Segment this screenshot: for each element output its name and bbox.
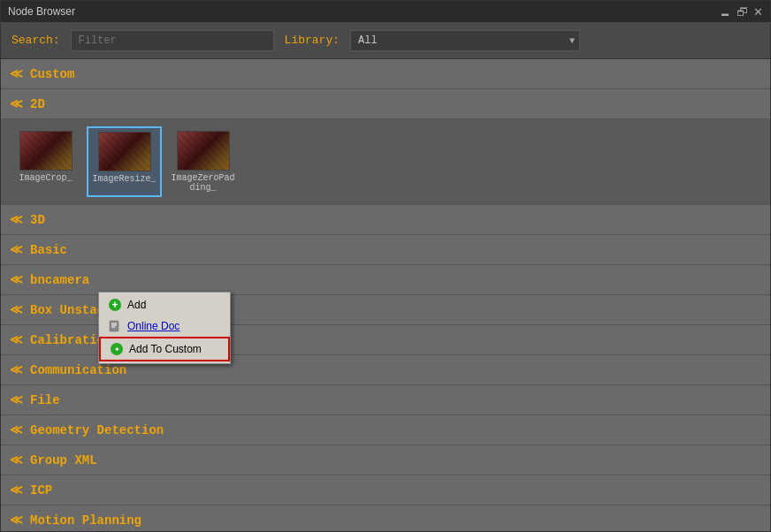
chevron-bncamera-icon: ≪ [10, 274, 23, 286]
library-select[interactable]: All [350, 30, 580, 51]
node-imagecrop-label: ImageCrop_ [19, 173, 72, 183]
close-button[interactable]: ✕ [753, 5, 763, 19]
category-custom[interactable]: ≪ Custom [1, 59, 770, 89]
main-content: ≪ Custom ≪ 2D ImageCrop_ ImageResize_ [1, 59, 770, 531]
category-geometry-detection[interactable]: ≪ Geometry Detection [1, 415, 770, 445]
category-motion-planning[interactable]: ≪ Motion Planning [1, 505, 770, 531]
node-imagezeropadding-label: ImageZeroPadding_ [170, 173, 236, 193]
node-imageresize-thumbnail [98, 132, 151, 171]
search-input[interactable] [71, 30, 274, 51]
search-label: Search: [11, 34, 60, 47]
plus-icon: + [108, 298, 122, 312]
chevron-motion-planning-icon: ≪ [10, 514, 23, 527]
chevron-communication-icon: ≪ [10, 364, 23, 376]
node-imagecrop[interactable]: ImageCrop_ [8, 126, 83, 197]
context-menu: + Add Online Doc [98, 292, 231, 364]
category-custom-label: Custom [30, 67, 74, 81]
chevron-icp-icon: ≪ [10, 484, 23, 497]
maximize-button[interactable]: 🗗 [737, 5, 748, 19]
chevron-file-icon: ≪ [10, 394, 23, 407]
chevron-box-unstack-icon: ≪ [10, 304, 23, 316]
title-bar-buttons: 🗕 🗗 ✕ [720, 5, 763, 19]
custom-icon: ✦ [110, 342, 124, 356]
category-basic[interactable]: ≪ Basic [1, 235, 770, 265]
chevron-geometry-detection-icon: ≪ [10, 424, 23, 437]
chevron-basic-icon: ≪ [10, 244, 23, 256]
minimize-button[interactable]: 🗕 [720, 5, 731, 19]
category-3d-label: 3D [30, 213, 45, 227]
context-menu-add-to-custom-label: Add To Custom [129, 343, 202, 355]
category-2d-label: 2D [30, 97, 45, 111]
scrollable-content[interactable]: ≪ Custom ≪ 2D ImageCrop_ ImageResize_ [1, 59, 770, 531]
chevron-calibration-icon: ≪ [10, 334, 23, 346]
category-file-label: File [30, 393, 60, 407]
context-menu-add-label: Add [127, 299, 146, 311]
category-2d[interactable]: ≪ 2D [1, 89, 770, 119]
search-bar: Search: Library: All ▼ [1, 22, 770, 59]
nodes-grid-2d: ImageCrop_ ImageResize_ ImageZeroPadding… [1, 119, 770, 205]
library-select-wrapper: All ▼ [350, 30, 580, 51]
category-3d[interactable]: ≪ 3D [1, 205, 770, 235]
category-geometry-detection-label: Geometry Detection [30, 423, 164, 437]
category-bncamera[interactable]: ≪ bncamera [1, 265, 770, 295]
chevron-group-xml-icon: ≪ [10, 454, 23, 467]
node-imageresize[interactable]: ImageResize_ [87, 126, 162, 197]
title-bar: Node Browser 🗕 🗗 ✕ [1, 1, 770, 22]
library-label: Library: [285, 34, 340, 47]
category-motion-planning-label: Motion Planning [30, 513, 141, 528]
context-menu-add[interactable]: + Add [99, 294, 230, 315]
category-basic-label: Basic [30, 243, 67, 257]
chevron-3d-icon: ≪ [10, 214, 23, 226]
category-group-xml-label: Group XML [30, 453, 97, 467]
category-communication-label: Communication [30, 363, 126, 377]
category-icp[interactable]: ≪ ICP [1, 475, 770, 505]
category-bncamera-label: bncamera [30, 273, 89, 287]
category-file[interactable]: ≪ File [1, 385, 770, 415]
category-icp-label: ICP [30, 483, 52, 498]
svg-rect-0 [110, 321, 118, 331]
chevron-2d-icon: ≪ [10, 98, 23, 110]
window-title: Node Browser [8, 5, 75, 18]
node-imagezeropadding-thumbnail [177, 131, 230, 171]
context-menu-online-doc[interactable]: Online Doc [99, 315, 230, 337]
context-menu-online-doc-label: Online Doc [127, 320, 179, 332]
node-imageresize-label: ImageResize_ [92, 174, 156, 184]
node-browser-window: Node Browser 🗕 🗗 ✕ Search: Library: All … [0, 0, 771, 532]
category-group-xml[interactable]: ≪ Group XML [1, 445, 770, 475]
node-imagecrop-thumbnail [19, 131, 73, 171]
node-imagezeropadding[interactable]: ImageZeroPadding_ [165, 126, 240, 197]
doc-icon [108, 319, 122, 333]
context-menu-add-to-custom[interactable]: ✦ Add To Custom [99, 337, 230, 361]
chevron-custom-icon: ≪ [10, 68, 23, 80]
